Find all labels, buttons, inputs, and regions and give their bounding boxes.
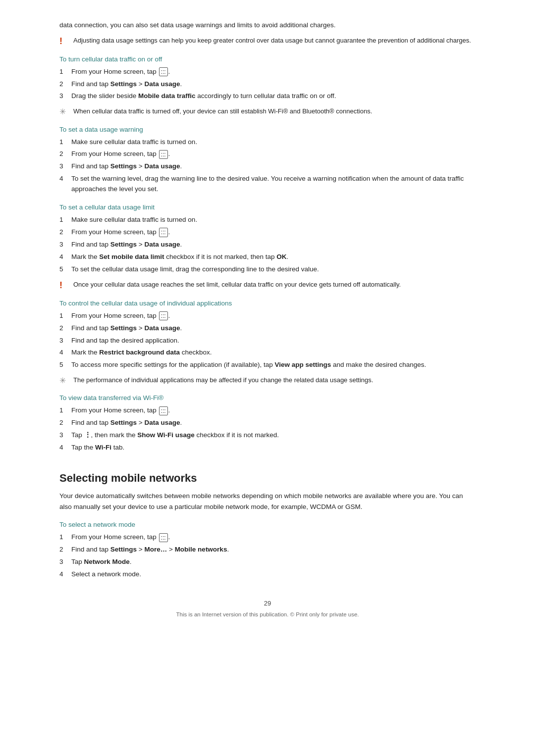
note-block-2: ! Once your cellular data usage reaches … [59,280,476,291]
tip-icon: ✳ [59,376,68,385]
step-item: 2 From your Home screen, tap :::. [59,227,476,238]
step-item: 5 To set the cellular data usage limit, … [59,264,476,275]
section-5-steps: 1 From your Home screen, tap :::. 2 Find… [59,405,476,453]
step-number: 4 [59,174,67,184]
step-item: 1 From your Home screen, tap :::. [59,532,476,543]
step-item: 1 Make sure cellular data traffic is tur… [59,137,476,148]
step-number: 1 [59,405,67,416]
section-individual-apps: To control the cellular data usage of in… [59,300,476,386]
grid-icon: ::: [159,533,168,542]
section-6-steps: 1 From your Home screen, tap :::. 2 Find… [59,532,476,580]
step-item: 4 To set the warning level, drag the war… [59,174,476,195]
tip-icon: ✳ [59,107,68,116]
step-text: Select a network mode. [71,569,476,580]
intro-paragraph: data connection, you can also set data u… [59,20,476,31]
section-6-heading: To select a network mode [59,521,476,528]
step-number: 4 [59,569,67,580]
tip-1-text: When cellular data traffic is turned off… [73,106,372,116]
exclamation-icon: ! [59,280,68,291]
step-number: 5 [59,360,67,370]
step-text: Mark the Set mobile data limit checkbox … [71,252,476,262]
step-number: 3 [59,91,67,101]
step-number: 5 [59,264,67,275]
step-text: To access more specific settings for the… [71,360,476,370]
step-text: Make sure cellular data traffic is turne… [71,137,476,148]
step-item: 1 Make sure cellular data traffic is tur… [59,215,476,225]
step-item: 4 Mark the Restrict background data chec… [59,348,476,358]
step-item: 3 Tap Network Mode. [59,557,476,567]
section-2-heading: To set a data usage warning [59,126,476,133]
step-text: From your Home screen, tap :::. [71,532,476,543]
grid-icon: ::: [159,311,168,320]
section-data-limit: To set a cellular data usage limit 1 Mak… [59,203,476,291]
section-4-steps: 1 From your Home screen, tap :::. 2 Find… [59,311,476,371]
step-item: 2 From your Home screen, tap :::. [59,149,476,159]
step-number: 2 [59,418,67,428]
main-section-selecting-networks: Selecting mobile networks Your device au… [59,467,476,512]
step-item: 3 Find and tap Settings > Data usage. [59,161,476,172]
step-text: Mark the Restrict background data checkb… [71,348,476,358]
step-item: 3 Find and tap the desired application. [59,336,476,346]
step-number: 2 [59,323,67,334]
step-text: Find and tap the desired application. [71,336,476,346]
step-text: From your Home screen, tap :::. [71,227,476,238]
step-number: 2 [59,79,67,90]
step-item: 2 Find and tap Settings > Data usage. [59,79,476,90]
note-block-1: ! Adjusting data usage settings can help… [59,36,476,47]
tip-block-2: ✳ The performance of individual applicat… [59,375,476,385]
step-item: 2 Find and tap Settings > Data usage. [59,418,476,428]
main-section-intro: Your device automatically switches betwe… [59,491,476,512]
section-1-steps: 1 From your Home screen, tap :::. 2 Find… [59,67,476,102]
step-number: 3 [59,430,67,441]
page-number: 29 [59,600,476,607]
grid-icon: ::: [159,406,168,415]
copyright-text: This is an Internet version of this publ… [59,610,476,619]
section-2-steps: 1 Make sure cellular data traffic is tur… [59,137,476,195]
step-text: Find and tap Settings > Data usage. [71,323,476,334]
tip-block-1: ✳ When cellular data traffic is turned o… [59,106,476,116]
step-number: 4 [59,443,67,453]
step-text: Tap ⋮, then mark the Show Wi-Fi usage ch… [71,430,476,441]
note-1-text: Adjusting data usage settings can help y… [73,36,471,46]
step-text: Find and tap Settings > Data usage. [71,79,476,90]
step-text: Find and tap Settings > More… > Mobile n… [71,545,476,555]
step-item: 2 Find and tap Settings > More… > Mobile… [59,545,476,555]
step-text: To set the warning level, drag the warni… [71,174,476,195]
step-number: 2 [59,227,67,238]
step-text: Find and tap Settings > Data usage. [71,240,476,250]
step-item: 2 Find and tap Settings > Data usage. [59,323,476,334]
step-text: Tap Network Mode. [71,557,476,567]
step-text: From your Home screen, tap :::. [71,311,476,321]
intro-text: data connection, you can also set data u… [59,20,476,31]
page-footer: 29 This is an Internet version of this p… [59,600,476,619]
note-2-text: Once your cellular data usage reaches th… [73,280,401,290]
step-number: 2 [59,149,67,159]
step-item: 3 Find and tap Settings > Data usage. [59,240,476,250]
step-item: 1 From your Home screen, tap :::. [59,311,476,321]
step-number: 4 [59,252,67,262]
step-number: 3 [59,557,67,567]
step-text: Tap the Wi-Fi tab. [71,443,476,453]
grid-icon: ::: [159,67,168,76]
section-3-heading: To set a cellular data usage limit [59,203,476,211]
grid-icon: ::: [159,228,168,237]
step-number: 1 [59,67,67,77]
section-3-steps: 1 Make sure cellular data traffic is tur… [59,215,476,275]
step-text: Drag the slider beside Mobile data traff… [71,91,476,101]
section-4-heading: To control the cellular data usage of in… [59,300,476,307]
section-data-warning: To set a data usage warning 1 Make sure … [59,126,476,195]
exclamation-icon: ! [59,36,68,47]
step-item: 5 To access more specific settings for t… [59,360,476,370]
tip-2-text: The performance of individual applicatio… [73,375,373,385]
step-text: To set the cellular data usage limit, dr… [71,264,476,275]
step-text: Find and tap Settings > Data usage. [71,161,476,172]
step-number: 1 [59,137,67,148]
step-item: 1 From your Home screen, tap :::. [59,67,476,77]
step-item: 4 Mark the Set mobile data limit checkbo… [59,252,476,262]
step-item: 3 Tap ⋮, then mark the Show Wi-Fi usage … [59,430,476,441]
step-item: 4 Tap the Wi-Fi tab. [59,443,476,453]
grid-icon: ::: [159,150,168,159]
step-number: 3 [59,161,67,172]
step-text: From your Home screen, tap :::. [71,405,476,416]
step-text: Make sure cellular data traffic is turne… [71,215,476,225]
